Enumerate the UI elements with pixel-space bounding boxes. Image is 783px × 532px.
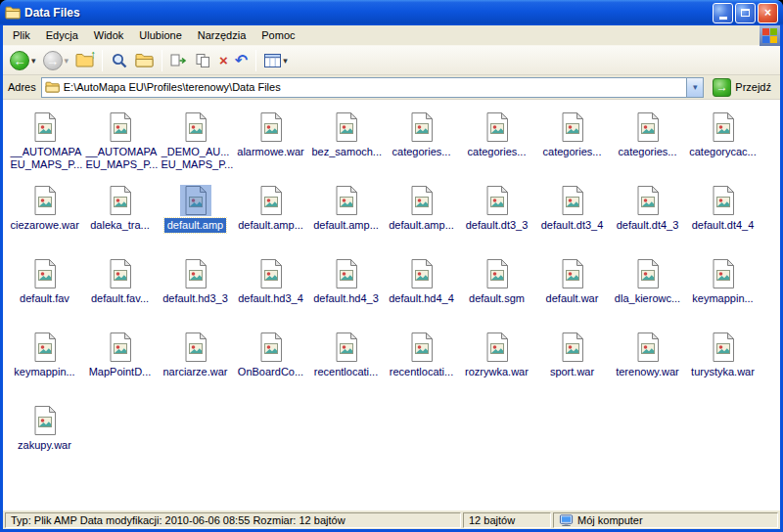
close-button[interactable]: × (758, 3, 778, 23)
menu-item[interactable]: Edycja (38, 26, 86, 44)
address-path: E:\AutoMapa EU\Profiles\terenowy\Data Fi… (64, 81, 683, 93)
file-item[interactable]: MapPointD... (82, 331, 158, 404)
file-item[interactable]: default.dt3_4 (534, 184, 610, 257)
file-item[interactable]: bez_samoch... (308, 111, 384, 184)
file-area: __AUTOMAPA EU_MAPS_P... __AUTOMAPA EU_MA… (3, 100, 780, 510)
file-item[interactable]: default.war (534, 257, 610, 331)
file-item[interactable]: alarmowe.war (233, 111, 308, 184)
file-document-icon (556, 331, 589, 364)
file-label: terenowy.war (613, 365, 682, 379)
file-item[interactable]: default.fav (7, 257, 82, 331)
file-label: ciezarowe.war (8, 218, 82, 233)
file-document-icon (254, 184, 288, 217)
file-label: categories... (390, 145, 454, 159)
file-item[interactable]: turystyka.war (685, 331, 760, 404)
file-item[interactable]: categories... (459, 111, 534, 184)
file-item[interactable]: narciarze.war (158, 331, 233, 404)
file-label: rozrywka.war (462, 365, 531, 379)
file-item[interactable]: rozrywka.war (459, 331, 534, 404)
views-button[interactable]: ▾ (261, 48, 291, 73)
title-bar[interactable]: Data Files × (0, 0, 783, 25)
file-label: default.hd4_4 (386, 291, 457, 306)
file-item[interactable]: default.amp (158, 184, 233, 257)
file-item[interactable]: keymappin... (685, 257, 760, 331)
file-item[interactable]: daleka_tra... (82, 184, 158, 257)
maximize-button[interactable] (735, 3, 756, 23)
file-item[interactable]: default.dt4_4 (685, 184, 760, 257)
file-item[interactable]: keymappin... (7, 331, 82, 404)
menu-item[interactable]: Pomoc (253, 26, 302, 44)
folder-icon (5, 6, 21, 20)
file-item[interactable]: categories... (610, 111, 685, 184)
copy-to-icon (195, 53, 212, 68)
forward-button[interactable]: → ▾ (40, 48, 72, 73)
toolbar: ← ▾ → ▾ ↑ (3, 46, 780, 75)
file-item[interactable]: sport.war (534, 331, 610, 404)
folders-button[interactable] (132, 48, 157, 73)
file-label: turystyka.war (688, 365, 758, 379)
file-document-icon (179, 331, 212, 364)
file-item[interactable]: default.amp... (233, 184, 308, 257)
file-item[interactable]: default.dt3_3 (459, 184, 534, 257)
file-item[interactable]: terenowy.war (610, 331, 685, 404)
file-item[interactable]: categories... (384, 111, 459, 184)
my-computer-icon (559, 513, 574, 527)
undo-button[interactable]: ↶ (232, 48, 251, 73)
undo-icon: ↶ (235, 51, 248, 69)
file-item[interactable]: OnBoardCo... (233, 331, 308, 404)
menu-item[interactable]: Plik (5, 26, 38, 44)
file-item[interactable]: __AUTOMAPA EU_MAPS_P... (7, 111, 82, 184)
file-document-icon (254, 331, 288, 364)
file-item[interactable]: __AUTOMAPA EU_MAPS_P... (82, 111, 158, 184)
file-label: __AUTOMAPA EU_MAPS_P... (83, 145, 158, 172)
file-item[interactable]: categories... (534, 111, 610, 184)
status-bar: Typ: Plik AMP Data modyfikacji: 2010-06-… (3, 510, 780, 529)
file-item[interactable]: default.amp... (308, 184, 384, 257)
file-item[interactable]: default.amp... (384, 184, 459, 257)
file-label: alarmowe.war (234, 145, 306, 159)
file-document-icon (179, 184, 212, 217)
minimize-button[interactable] (713, 3, 733, 23)
go-button[interactable]: → Przejdź (709, 78, 775, 97)
menu-item[interactable]: Widok (86, 26, 132, 44)
forward-dropdown-icon: ▾ (65, 56, 69, 66)
menu-bar: PlikEdycjaWidokUlubioneNarzędziaPomoc (3, 25, 780, 46)
window-title: Data Files (24, 6, 707, 20)
search-button[interactable] (108, 48, 131, 73)
file-item[interactable]: default.hd4_3 (308, 257, 384, 331)
copy-to-button[interactable] (192, 48, 215, 73)
address-bar: Adres E:\AutoMapa EU\Profiles\terenowy\D… (3, 75, 780, 100)
file-item[interactable]: default.hd4_4 (384, 257, 459, 331)
file-label: default.fav (17, 291, 72, 306)
file-document-icon (405, 257, 438, 290)
address-input[interactable]: E:\AutoMapa EU\Profiles\terenowy\Data Fi… (41, 77, 705, 98)
menu-item[interactable]: Narzędzia (190, 26, 254, 44)
file-item[interactable]: default.sgm (459, 257, 534, 331)
up-button[interactable]: ↑ (72, 48, 97, 73)
file-label: _DEMO_AU... EU_MAPS_P... (159, 145, 233, 172)
file-item[interactable]: default.dt4_3 (610, 184, 685, 257)
file-document-icon (254, 257, 288, 290)
file-item[interactable]: ciezarowe.war (7, 184, 82, 257)
file-item[interactable]: default.hd3_3 (158, 257, 233, 331)
file-label: keymappin... (11, 365, 77, 379)
file-item[interactable]: zakupy.war (7, 404, 82, 477)
back-button[interactable]: ← ▾ (7, 48, 39, 73)
file-item[interactable]: default.fav... (82, 257, 158, 331)
menu-item[interactable]: Ulubione (131, 26, 189, 44)
address-label: Adres (8, 81, 36, 93)
file-item[interactable]: default.hd3_4 (233, 257, 308, 331)
file-label: recentlocati... (311, 365, 381, 379)
file-item[interactable]: dla_kierowc... (610, 257, 685, 331)
file-document-icon (104, 257, 137, 290)
delete-button[interactable]: × (216, 48, 231, 73)
file-item[interactable]: recentlocati... (308, 331, 384, 404)
file-item[interactable]: _DEMO_AU... EU_MAPS_P... (158, 111, 233, 184)
file-item[interactable]: categorycac... (685, 111, 760, 184)
address-dropdown-button[interactable]: ▾ (686, 78, 703, 97)
file-label: OnBoardCo... (235, 365, 306, 379)
move-to-button[interactable] (167, 48, 191, 73)
file-item[interactable]: recentlocati... (384, 331, 459, 404)
go-button-label: Przejdź (735, 81, 771, 93)
file-document-icon (330, 257, 363, 290)
